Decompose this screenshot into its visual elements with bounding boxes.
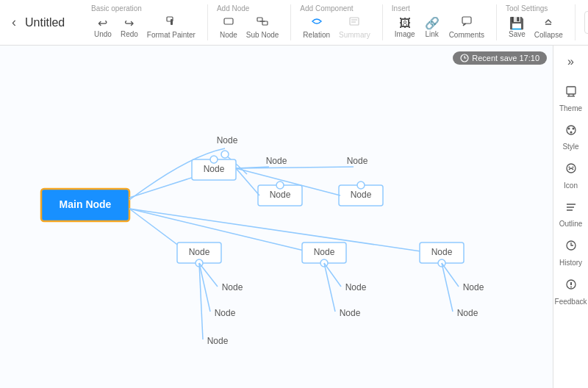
leaf-ll1: Node bbox=[222, 282, 243, 292]
leaf-node-upper-top: Node bbox=[217, 135, 238, 146]
summary-label: Summary bbox=[339, 31, 370, 39]
page-title: Untitled bbox=[25, 16, 76, 29]
sidebar-item-feedback[interactable]: Feedback bbox=[555, 273, 587, 310]
back-button[interactable]: ‹ bbox=[6, 12, 22, 33]
summary-icon bbox=[348, 15, 360, 30]
relation-label: Relation bbox=[303, 31, 330, 39]
link-icon: 🔗 bbox=[425, 16, 440, 30]
save-icon: 💾 bbox=[509, 16, 524, 30]
history-label: History bbox=[559, 259, 582, 267]
icon-label: Icon bbox=[564, 182, 578, 190]
link-button[interactable]: 🔗 Link bbox=[421, 15, 443, 40]
add-node-button[interactable]: Node bbox=[217, 14, 240, 40]
svg-rect-3 bbox=[257, 18, 262, 21]
sidebar-item-outline[interactable]: Outline bbox=[555, 195, 587, 233]
redo-label: Redo bbox=[121, 30, 138, 38]
node-text-4: Node bbox=[189, 247, 210, 257]
svg-point-34 bbox=[570, 286, 572, 287]
share-button[interactable]: Share bbox=[584, 11, 588, 34]
sidebar-item-style[interactable]: Style bbox=[555, 118, 587, 156]
undo-label: Undo bbox=[94, 30, 112, 38]
right-sidebar: » Theme Style Icon Outline bbox=[553, 46, 588, 388]
clock-icon bbox=[460, 54, 469, 62]
image-label: Image bbox=[395, 30, 415, 38]
format-painter-icon bbox=[165, 15, 177, 30]
relation-button[interactable]: Relation bbox=[300, 14, 333, 40]
save-button[interactable]: 💾 Save bbox=[506, 15, 528, 40]
node-text-6: Node bbox=[431, 247, 453, 257]
toolbar-group-basic: Basic operation ↩ Undo ↪ Redo Format Pai… bbox=[91, 4, 208, 40]
leaf-lm1: Node bbox=[345, 282, 367, 292]
toolbar-group-tool-settings: Tool Settings 💾 Save Collapse bbox=[506, 4, 576, 40]
group-label-add-component: Add Component bbox=[300, 4, 353, 12]
style-icon bbox=[564, 123, 578, 142]
canvas[interactable]: Recent save 17:10 Main Node Node Node bbox=[0, 46, 553, 388]
leaf-lr1: Node bbox=[463, 282, 484, 292]
connector-lower-main3 bbox=[129, 209, 431, 253]
collapse-label: Collapse bbox=[534, 31, 563, 39]
toolbar-group-add-component: Add Component Relation Summary bbox=[300, 4, 383, 40]
svg-rect-1 bbox=[171, 19, 173, 25]
undo-button[interactable]: ↩ Undo bbox=[91, 15, 115, 40]
svg-rect-9 bbox=[462, 17, 471, 24]
toolbar-group-add-node: Add Node Node Sub Node bbox=[217, 4, 291, 40]
main-area: Recent save 17:10 Main Node Node Node bbox=[0, 46, 588, 388]
comments-button[interactable]: Comments bbox=[446, 14, 487, 40]
collapse-icon bbox=[542, 15, 554, 30]
expand-circle-box2 bbox=[276, 182, 284, 189]
group-label-tool-settings: Tool Settings bbox=[506, 4, 548, 12]
undo-icon: ↩ bbox=[98, 16, 107, 30]
mindmap-svg: Main Node Node Node Node Node bbox=[0, 46, 553, 388]
collapse-button[interactable]: Collapse bbox=[531, 14, 566, 40]
leaf-ll3: Node bbox=[207, 336, 229, 346]
expand-circle-box1 bbox=[210, 156, 218, 163]
outline-label: Outline bbox=[559, 220, 583, 228]
feedback-icon bbox=[564, 277, 578, 296]
sub-node-label: Sub Node bbox=[246, 31, 279, 39]
comments-icon bbox=[461, 15, 473, 30]
link-label: Link bbox=[425, 30, 438, 38]
node-text-1: Node bbox=[204, 164, 225, 174]
leaf-lr2: Node bbox=[457, 308, 478, 318]
format-painter-button[interactable]: Format Painter bbox=[144, 14, 198, 40]
connector-box2 bbox=[236, 168, 259, 195]
svg-point-27 bbox=[568, 167, 570, 168]
outline-icon bbox=[564, 200, 578, 219]
sub-node-icon bbox=[257, 15, 268, 30]
node-icon bbox=[223, 15, 234, 30]
main-node-text: Main Node bbox=[60, 198, 112, 210]
history-icon bbox=[564, 238, 578, 257]
header-right: Share Export bbox=[584, 11, 588, 34]
redo-button[interactable]: ↪ Redo bbox=[118, 15, 141, 40]
sidebar-item-history[interactable]: History bbox=[555, 234, 587, 271]
sidebar-item-theme[interactable]: Theme bbox=[555, 79, 587, 117]
node-label: Node bbox=[220, 31, 237, 39]
svg-rect-18 bbox=[567, 87, 576, 94]
svg-rect-2 bbox=[224, 18, 233, 24]
sidebar-item-icon[interactable]: Icon bbox=[555, 157, 587, 194]
node-text-5: Node bbox=[314, 247, 335, 257]
redo-icon: ↪ bbox=[124, 16, 134, 30]
svg-rect-4 bbox=[262, 21, 268, 25]
sidebar-collapse-button[interactable]: » bbox=[561, 51, 581, 72]
node-text-2: Node bbox=[270, 190, 291, 200]
svg-rect-6 bbox=[350, 18, 359, 25]
svg-point-23 bbox=[567, 127, 570, 129]
leaf-ll2: Node bbox=[215, 308, 236, 318]
expand-circle-1 bbox=[221, 151, 229, 158]
image-button[interactable]: 🖼 Image bbox=[392, 15, 418, 40]
sub-node-button[interactable]: Sub Node bbox=[243, 14, 282, 40]
style-label: Style bbox=[562, 143, 578, 151]
theme-label: Theme bbox=[559, 104, 582, 112]
svg-point-24 bbox=[572, 127, 574, 129]
svg-point-28 bbox=[572, 167, 573, 168]
format-painter-label: Format Painter bbox=[147, 31, 196, 39]
comments-label: Comments bbox=[449, 31, 484, 39]
feedback-label: Feedback bbox=[555, 298, 587, 306]
recent-save-badge: Recent save 17:10 bbox=[453, 51, 547, 65]
icon-icon bbox=[564, 161, 578, 180]
relation-icon bbox=[311, 15, 323, 30]
image-icon: 🖼 bbox=[399, 16, 411, 30]
summary-button[interactable]: Summary bbox=[336, 14, 373, 40]
theme-icon bbox=[564, 84, 578, 103]
